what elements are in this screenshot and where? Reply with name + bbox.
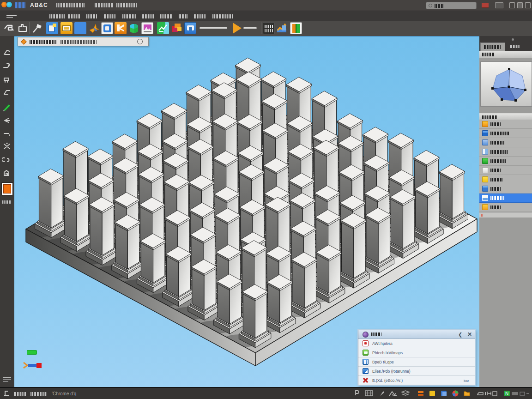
svg-text:N: N [505, 391, 508, 396]
